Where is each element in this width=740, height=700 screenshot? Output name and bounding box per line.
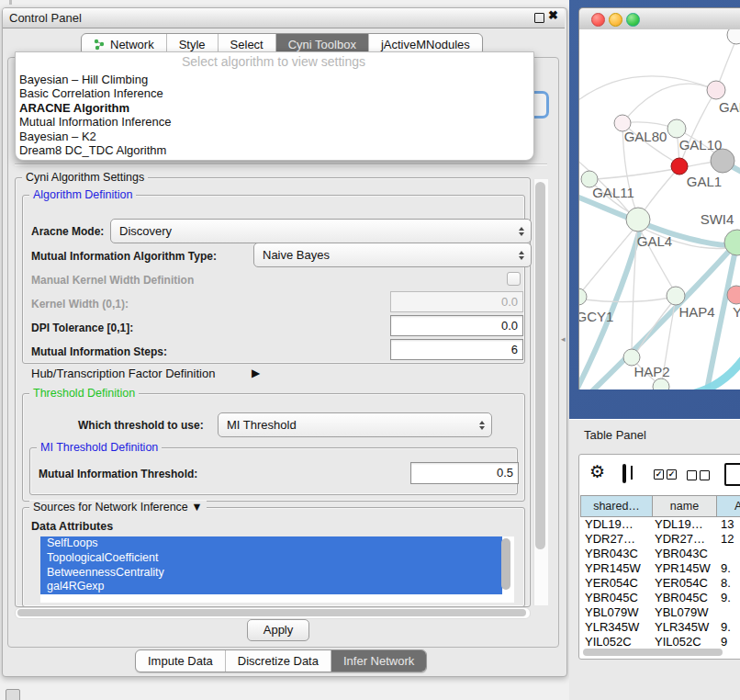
cell: YLR345W — [585, 620, 639, 635]
cell: 13 — [721, 517, 734, 532]
node-top[interactable] — [727, 29, 740, 44]
screen: Control Panel ✖ NetworkStyleSelectCyni T… — [0, 0, 740, 700]
list-scrollbar-thumb[interactable] — [501, 538, 510, 590]
select-all-icon[interactable]: ✓ — [654, 469, 664, 480]
algorithm-item[interactable]: Dream8 DC_TDC Algorithm — [19, 143, 171, 157]
node-gal4[interactable] — [626, 208, 650, 231]
select-all-icon[interactable]: ✓ — [667, 469, 677, 480]
table-panel: ⚙ ✓ ✓ shared… name A YDL19…YDL19…13YDR27… — [578, 454, 740, 660]
attribute-item[interactable]: BetweennessCentrality — [40, 566, 502, 581]
node-hap4[interactable] — [667, 287, 685, 305]
zoom-traffic-icon[interactable] — [626, 13, 640, 27]
spinner-arrows-icon — [519, 227, 524, 236]
cell: YDL19… — [655, 517, 703, 532]
minimized-window-icon[interactable] — [6, 689, 20, 700]
algorithm-item[interactable]: Mutual Information Inference — [19, 115, 171, 129]
splitpane-handle-icon[interactable]: ◂ — [561, 334, 566, 344]
table-hscrollbar-thumb[interactable] — [583, 649, 723, 656]
node-gal1[interactable] — [671, 158, 688, 175]
deselect-all-icon[interactable] — [700, 470, 710, 480]
node-label: Y — [733, 304, 740, 320]
mi-type-label: Mutual Information Algorithm Type: — [31, 250, 217, 263]
cell: 9. — [721, 561, 731, 576]
node-bottom[interactable] — [653, 378, 669, 390]
which-threshold-combo[interactable]: MI Threshold — [218, 412, 492, 437]
column-header-partial[interactable]: A — [716, 495, 740, 517]
deselect-all-icon[interactable] — [687, 470, 697, 480]
spinner-arrows-icon — [479, 421, 485, 430]
dpi-tolerance-input[interactable]: 0.0 — [390, 315, 523, 336]
network-graph: GALGAL80GAL10GAL1GAL11GAL4SWI4GCY1HAP4YH… — [579, 29, 740, 390]
mi-type-combo[interactable]: Naive Bayes — [253, 243, 532, 267]
algorithm-popup-placeholder: Select algorithm to view settings — [15, 54, 533, 69]
expand-arrow-icon[interactable]: ▶ — [252, 367, 260, 379]
threshold-definition-title: Threshold Definition — [29, 387, 139, 400]
mi-threshold-group-title: MI Threshold Definition — [37, 441, 162, 454]
node-label: HAP2 — [633, 364, 669, 379]
table-row[interactable]: YBR045CYBR045C9. — [580, 591, 740, 605]
close-traffic-icon[interactable] — [591, 13, 605, 27]
apply-button[interactable]: Apply — [247, 619, 309, 641]
mi-steps-label: Mutual Information Steps: — [31, 345, 167, 358]
node-gcy1[interactable] — [579, 288, 587, 305]
aracne-mode-value: Discovery — [119, 224, 172, 238]
attribute-item[interactable]: gal4RGexp — [40, 580, 502, 594]
close-icon[interactable]: ✖ — [548, 8, 558, 22]
network-window-titlebar[interactable] — [578, 7, 740, 31]
split-columns-icon[interactable] — [622, 464, 626, 483]
network-view[interactable]: GALGAL80GAL10GAL1GAL11GAL4SWI4GCY1HAP4YH… — [578, 29, 740, 390]
cell: YLR345W — [655, 620, 709, 635]
mi-threshold-input[interactable]: 0.5 — [410, 462, 519, 484]
cell: YPR145W — [585, 561, 641, 576]
cell: YBL079W — [585, 605, 639, 620]
table-row[interactable]: YBR043CYBR043C — [580, 547, 740, 561]
tab-impute-data[interactable]: Impute Data — [136, 650, 225, 672]
cell: YER054C — [655, 576, 708, 591]
control-panel-titlebar[interactable] — [3, 8, 565, 28]
table-row[interactable]: YIL052CYIL052C9 — [580, 635, 740, 647]
manual-kernel-label: Manual Kernel Width Definition — [31, 274, 194, 287]
node-label: GAL80 — [624, 129, 667, 144]
algorithm-item[interactable]: Bayesian – K2 — [19, 130, 171, 143]
column-header-shared-name[interactable]: shared… — [580, 495, 653, 517]
aracne-mode-combo[interactable]: Discovery — [110, 219, 532, 243]
algorithm-item[interactable]: Bayesian – Hill Climbing — [19, 73, 171, 86]
minimize-traffic-icon[interactable] — [609, 13, 622, 27]
settings-vscrollbar-thumb[interactable] — [535, 182, 545, 549]
cell: 9 — [721, 635, 727, 647]
float-window-icon[interactable] — [534, 13, 544, 23]
cell: YBL079W — [655, 605, 709, 620]
node-label: GAL — [719, 99, 740, 115]
node-gal10[interactable] — [667, 119, 686, 138]
table-row[interactable]: YDR27…YDR27…12 — [580, 532, 740, 547]
attribute-item[interactable]: SelfLoops — [40, 536, 502, 551]
manual-kernel-checkbox[interactable] — [507, 272, 521, 286]
settings-hscrollbar-thumb[interactable] — [17, 609, 526, 616]
table-panel-title: Table Panel — [584, 428, 646, 442]
gear-icon[interactable]: ⚙ — [589, 463, 605, 480]
attribute-item[interactable]: TopologicalCoefficient — [40, 551, 502, 566]
table-row[interactable]: YER054CYER054C8. — [580, 576, 740, 591]
export-table-icon[interactable] — [724, 463, 740, 486]
table-row[interactable]: YPR145WYPR145W9. — [580, 561, 740, 576]
mi-threshold-label: Mutual Information Threshold: — [39, 468, 197, 480]
tab-infer-network[interactable]: Infer Network — [331, 650, 426, 672]
node-pink-top[interactable] — [707, 81, 725, 99]
table-row[interactable]: YDL19…YDL19…13 — [580, 517, 740, 532]
table-row[interactable]: YLR345WYLR345W9. — [580, 620, 740, 635]
mi-steps-input[interactable]: 6 — [390, 339, 523, 360]
tab-discretize-data[interactable]: Discretize Data — [225, 650, 331, 672]
collapse-arrow-icon[interactable]: ▼ — [191, 501, 202, 514]
group-divider — [15, 164, 547, 165]
table-row[interactable]: YBL079WYBL079W — [580, 605, 740, 620]
algorithm-item[interactable]: ARACNE Algorithm — [19, 101, 171, 115]
bottom-tab-bar: Impute DataDiscretize DataInfer Network — [135, 649, 427, 672]
cell: YER054C — [585, 576, 638, 591]
node-label: GCY1 — [579, 309, 613, 324]
kernel-width-input[interactable]: 0.0 — [390, 291, 523, 312]
algorithm-definition-title: Algorithm Definition — [29, 188, 136, 201]
data-attributes-list: SelfLoopsTopologicalCoefficientBetweenne… — [40, 536, 514, 603]
algorithm-item[interactable]: Basic Correlation Inference — [19, 86, 171, 100]
column-header-name[interactable]: name — [652, 495, 717, 517]
algorithm-popup-list: Bayesian – Hill ClimbingBasic Correlatio… — [19, 73, 171, 157]
